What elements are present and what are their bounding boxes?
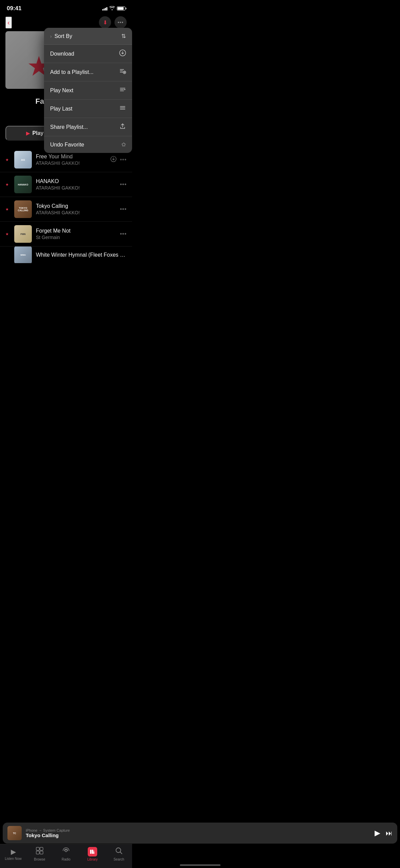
favorite-star-icon: ★: [5, 182, 10, 187]
share-icon: [119, 123, 126, 131]
download-button[interactable]: ⬇: [99, 16, 111, 28]
song-list: ★ AG Free Your Mind ATARASHII GAKKO! •••…: [0, 147, 132, 263]
add-playlist-icon: [119, 68, 126, 76]
more-button[interactable]: •••: [114, 16, 127, 28]
menu-item-play-last[interactable]: Play Last: [44, 100, 132, 118]
list-item[interactable]: ★ FMN Forget Me Not St Germain •••: [0, 221, 132, 246]
menu-item-share-playlist[interactable]: Share Playlist...: [44, 118, 132, 136]
favorite-star-icon: ★: [5, 158, 10, 162]
song-artist: ATARASHII GAKKO!: [36, 185, 116, 191]
song-artwork: WWH: [14, 246, 32, 263]
svg-rect-1: [120, 69, 124, 70]
song-actions: •••: [120, 206, 127, 212]
song-title: Free Your Mind: [36, 154, 106, 160]
back-button[interactable]: ‹: [5, 17, 12, 28]
download-circle-icon: [119, 50, 126, 58]
svg-rect-3: [120, 72, 123, 73]
status-bar: 09:41: [0, 0, 132, 15]
more-options-icon[interactable]: •••: [120, 181, 127, 188]
chevron-right-icon: ›: [50, 34, 52, 39]
menu-item-play-next-label: Play Next: [50, 87, 73, 94]
song-title: Forget Me Not: [36, 228, 116, 234]
song-artwork: FMN: [14, 225, 32, 243]
nav-actions: ⬇ •••: [99, 16, 127, 28]
song-art-placeholder: TOKYOCALLING: [14, 200, 32, 218]
song-artist: ATARASHII GAKKO!: [36, 210, 116, 215]
menu-item-play-next[interactable]: Play Next: [44, 81, 132, 100]
menu-item-share-playlist-label: Share Playlist...: [50, 124, 88, 130]
play-triangle-icon: ▶: [26, 131, 30, 136]
more-options-icon[interactable]: •••: [120, 157, 127, 163]
menu-item-download-label: Download: [50, 51, 74, 57]
menu-item-undo-favorite-label: Undo Favorite: [50, 142, 84, 148]
song-title: Tokyo Calling: [36, 203, 116, 209]
song-info: Forget Me Not St Germain: [36, 228, 116, 240]
list-item[interactable]: ★ HANAKO HANAKO ATARASHII GAKKO! •••: [0, 172, 132, 197]
more-options-icon[interactable]: •••: [120, 231, 127, 237]
list-item[interactable]: ★ WWH White Winter Hymnal (Fleet Foxes C…: [0, 246, 132, 263]
more-icon: •••: [118, 20, 124, 25]
song-art-placeholder: AG: [14, 151, 32, 169]
song-info: White Winter Hymnal (Fleet Foxes Cover): [36, 252, 127, 258]
status-time: 09:41: [7, 5, 21, 12]
menu-item-download[interactable]: Download: [44, 45, 132, 63]
menu-item-add-playlist[interactable]: Add to a Playlist...: [44, 63, 132, 81]
menu-item-play-last-label: Play Last: [50, 106, 72, 112]
song-artwork: HANAKO: [14, 176, 32, 193]
song-art-placeholder: FMN: [14, 225, 32, 243]
favorite-star-icon: ★: [5, 207, 10, 212]
status-icons: [102, 6, 125, 11]
song-info: Tokyo Calling ATARASHII GAKKO!: [36, 203, 116, 215]
list-item[interactable]: ★ TOKYOCALLING Tokyo Calling ATARASHII G…: [0, 197, 132, 221]
song-art-placeholder: HANAKO: [14, 176, 32, 193]
song-title: HANAKO: [36, 178, 116, 184]
download-icon: ⬇: [103, 19, 107, 26]
play-next-icon: [119, 86, 126, 95]
unfavorite-icon: ✩: [121, 141, 126, 148]
wifi-icon: [109, 6, 115, 11]
song-art-placeholder: WWH: [14, 246, 32, 263]
context-menu: › Sort By ⇅ Download Add to a Playlist..…: [44, 28, 132, 153]
song-info: Free Your Mind ATARASHII GAKKO!: [36, 154, 106, 166]
menu-item-sort-by[interactable]: › Sort By ⇅: [44, 28, 132, 45]
menu-item-sort-by-label: Sort By: [55, 33, 72, 39]
song-artwork: TOKYOCALLING: [14, 200, 32, 218]
battery-icon: [117, 6, 125, 11]
download-status-icon[interactable]: [110, 156, 117, 163]
song-actions: •••: [120, 181, 127, 188]
menu-item-add-playlist-label: Add to a Playlist...: [50, 69, 93, 75]
song-actions: •••: [120, 231, 127, 237]
svg-rect-2: [120, 71, 123, 71]
play-last-icon: [119, 104, 126, 113]
more-options-icon[interactable]: •••: [120, 206, 127, 212]
song-title: White Winter Hymnal (Fleet Foxes Cover): [36, 252, 127, 258]
album-area: ★ › Sort By ⇅ Download Add to a Playlist…: [0, 31, 132, 89]
song-artist: St Germain: [36, 235, 116, 240]
song-actions: •••: [110, 156, 127, 163]
song-artwork: AG: [14, 151, 32, 169]
signal-icon: [102, 6, 107, 11]
favorite-star-icon: ★: [5, 232, 10, 236]
song-info: HANAKO ATARASHII GAKKO!: [36, 178, 116, 191]
song-artist: ATARASHII GAKKO!: [36, 160, 106, 166]
sort-icon: ⇅: [121, 33, 126, 40]
menu-item-undo-favorite[interactable]: Undo Favorite ✩: [44, 136, 132, 153]
